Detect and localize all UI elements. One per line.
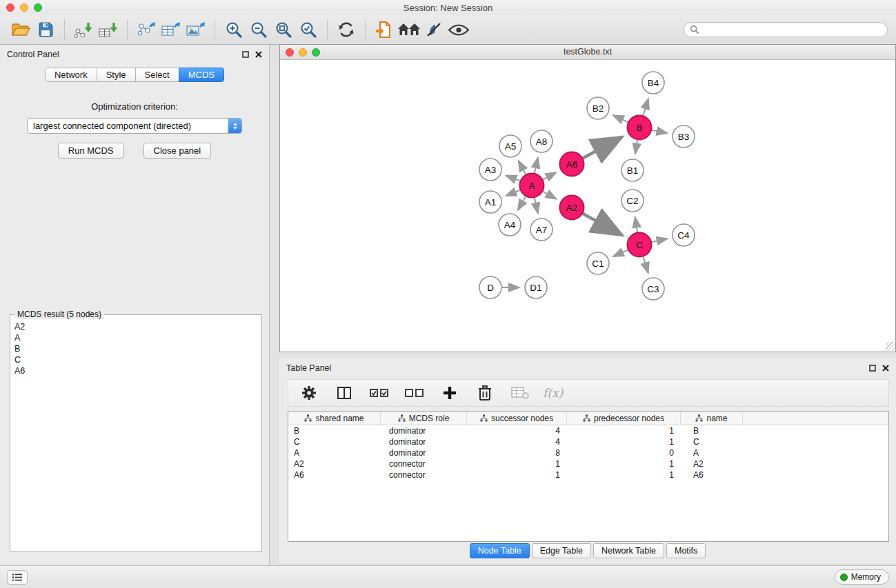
graph-node-B3[interactable]: B3 [673, 125, 695, 148]
graph-node-A4[interactable]: A4 [499, 214, 521, 236]
network-canvas[interactable]: AA1A2A3A4A5A6A7A8BB1B2B3B4CC1C2C3C4DD1 [280, 60, 895, 352]
task-history-button[interactable] [7, 570, 28, 585]
zoom-out-icon[interactable] [246, 17, 271, 43]
tab-style[interactable]: Style [97, 68, 136, 82]
table-row[interactable]: Bdominator41B [288, 425, 888, 436]
table-row[interactable]: Cdominator41C [288, 436, 888, 447]
tab-network-table[interactable]: Network Table [593, 543, 664, 558]
close-panel-icon[interactable] [255, 51, 262, 58]
graph-edge-C-C4[interactable] [652, 239, 667, 242]
tab-mcds[interactable]: MCDS [179, 68, 224, 82]
search-input[interactable] [703, 25, 882, 35]
import-network-icon[interactable] [71, 17, 96, 43]
table-row[interactable]: Adominator80A [288, 447, 888, 458]
graph-node-C2[interactable]: C2 [621, 190, 644, 212]
tab-edge-table[interactable]: Edge Table [532, 543, 591, 558]
graph-edge-A-A5[interactable] [518, 161, 526, 174]
zoom-selected-icon[interactable] [296, 17, 321, 43]
show-columns-icon[interactable] [332, 380, 357, 406]
column-header-name[interactable]: name [681, 412, 743, 425]
graph-node-D1[interactable]: D1 [525, 276, 547, 298]
export-image-icon[interactable] [183, 17, 208, 43]
criterion-dropdown[interactable]: largest connected component (directed) [27, 118, 242, 134]
graph-edge-A6-B[interactable] [583, 137, 622, 159]
network-window-titlebar[interactable]: testGlobe.txt [280, 45, 895, 60]
graph-edge-C-C3[interactable] [644, 257, 648, 273]
graph-node-B4[interactable]: B4 [642, 72, 664, 94]
column-header-predecessor-nodes[interactable]: predecessor nodes [567, 412, 681, 425]
column-header-mcds-role[interactable]: MCDS role [381, 412, 467, 425]
eye-icon[interactable] [446, 17, 471, 43]
import-table-icon[interactable] [96, 17, 121, 43]
graph-node-C4[interactable]: C4 [673, 224, 695, 246]
result-list-item[interactable]: B [12, 343, 260, 354]
graph-edge-A-A6[interactable] [543, 172, 556, 179]
graph-edge-B-B3[interactable] [652, 130, 667, 134]
table-row[interactable]: A6connector11A6 [288, 469, 888, 480]
table-row[interactable]: A2connector11A2 [288, 458, 888, 469]
graph-node-B1[interactable]: B1 [621, 159, 644, 181]
graph-edge-C-C1[interactable] [613, 250, 628, 257]
graph-node-D[interactable]: D [479, 276, 501, 298]
home-icon[interactable] [397, 17, 421, 43]
result-list-item[interactable]: A [12, 332, 260, 343]
column-header-shared-name[interactable]: shared name [288, 412, 381, 425]
delete-column-icon[interactable] [472, 380, 497, 406]
resize-grip[interactable] [886, 342, 895, 351]
float-table-panel-icon[interactable] [869, 365, 876, 372]
graph-node-A[interactable]: A [520, 174, 544, 198]
deselect-all-rows-icon[interactable] [402, 380, 427, 406]
delete-table-icon[interactable] [508, 380, 532, 406]
column-header-successor-nodes[interactable]: successor nodes [467, 412, 567, 425]
graph-node-A5[interactable]: A5 [499, 135, 521, 157]
graph-node-A2[interactable]: A2 [560, 196, 584, 220]
tab-select[interactable]: Select [135, 68, 179, 82]
result-list-item[interactable]: A2 [12, 321, 260, 332]
export-network-icon[interactable] [134, 17, 159, 43]
graph-edge-A-A3[interactable] [506, 176, 519, 181]
graph-edge-A-A4[interactable] [518, 196, 526, 210]
close-panel-button[interactable]: Close panel [143, 143, 212, 159]
table-settings-icon[interactable] [297, 380, 321, 406]
graph-node-C[interactable]: C [628, 233, 652, 257]
memory-button[interactable]: Memory [835, 569, 889, 585]
graph-edge-B-B2[interactable] [613, 115, 628, 122]
tab-motifs[interactable]: Motifs [666, 543, 706, 558]
graph-edge-C-C2[interactable] [635, 217, 637, 232]
select-all-rows-icon[interactable] [367, 380, 392, 406]
save-session-icon[interactable] [33, 17, 58, 43]
tab-node-table[interactable]: Node Table [470, 543, 530, 558]
graph-node-A3[interactable]: A3 [479, 159, 501, 181]
graph-edge-A-A7[interactable] [535, 198, 538, 213]
document-icon[interactable] [372, 17, 397, 43]
graph-node-A6[interactable]: A6 [560, 152, 584, 176]
run-mcds-button[interactable]: Run MCDS [58, 143, 124, 159]
graph-node-B2[interactable]: B2 [587, 97, 609, 119]
graph-edge-A-A1[interactable] [506, 190, 520, 196]
graph-node-B[interactable]: B [628, 116, 652, 140]
function-builder-icon[interactable]: f(x) [543, 386, 563, 400]
search-field[interactable] [684, 22, 888, 37]
zoom-fit-icon[interactable] [271, 17, 296, 43]
result-list-item[interactable]: A6 [12, 365, 260, 376]
network-graph[interactable]: AA1A2A3A4A5A6A7A8BB1B2B3B4CC1C2C3C4DD1 [280, 60, 895, 352]
close-table-panel-icon[interactable] [882, 365, 889, 372]
graph-edge-A-A8[interactable] [535, 157, 538, 172]
tab-network[interactable]: Network [45, 68, 97, 82]
mcds-result-list[interactable]: A2ABCA6 [12, 321, 260, 550]
graph-edge-A2-C[interactable] [583, 214, 622, 235]
graph-node-C1[interactable]: C1 [587, 252, 609, 274]
graph-edge-A-A2[interactable] [543, 192, 556, 199]
graph-node-A8[interactable]: A8 [530, 130, 552, 152]
add-column-icon[interactable] [437, 380, 462, 406]
refresh-layout-icon[interactable] [334, 17, 359, 43]
export-table-icon[interactable] [159, 17, 183, 43]
hide-annotations-icon[interactable] [421, 17, 446, 43]
float-panel-icon[interactable] [242, 51, 249, 58]
graph-edge-B-B1[interactable] [635, 140, 637, 154]
graph-node-A1[interactable]: A1 [479, 191, 501, 213]
result-list-item[interactable]: C [12, 354, 260, 365]
graph-node-A7[interactable]: A7 [530, 219, 552, 241]
open-session-icon[interactable] [8, 17, 33, 43]
graph-node-C3[interactable]: C3 [642, 278, 664, 300]
